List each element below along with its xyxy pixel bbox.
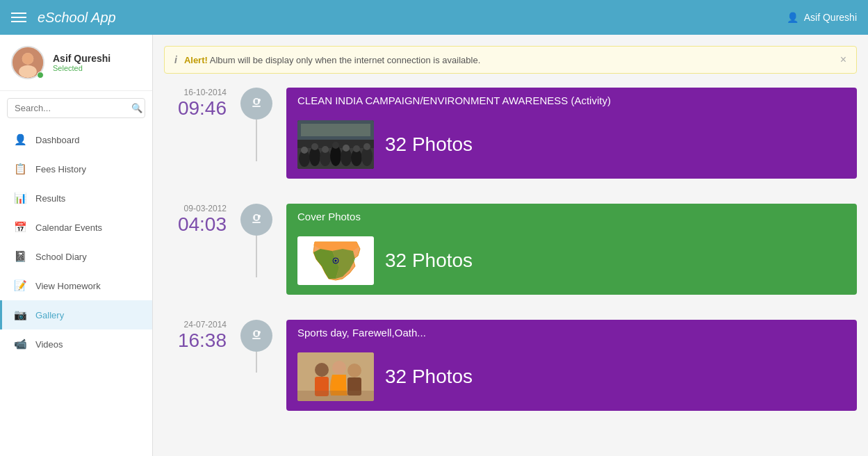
svg-point-32 — [335, 259, 337, 261]
sidebar-item-gallery[interactable]: 📷 Gallery — [0, 300, 152, 329]
timeline: 16-10-2014 09:46 CLEAN IN — [164, 88, 857, 411]
timeline-card-3[interactable]: Sports day, Farewell,Oath... — [286, 320, 857, 411]
timeline-dot-3[interactable] — [240, 320, 272, 352]
svg-point-42 — [347, 364, 361, 377]
alert-close-button[interactable]: × — [840, 54, 846, 66]
svg-rect-35 — [255, 332, 258, 336]
dashboard-icon: 👤 — [13, 133, 27, 146]
svg-point-21 — [343, 145, 350, 152]
videos-icon: 📹 — [13, 338, 27, 350]
timeline-card-1[interactable]: CLEAN INDIA CAMPAIGN/ENVIRONMENT AWARENE… — [286, 88, 857, 179]
search-box[interactable]: 🔍 — [7, 98, 145, 118]
user-profile: Asif Qureshi Selected — [0, 35, 152, 91]
sidebar-user-name: Asif Qureshi — [53, 53, 110, 64]
card-thumbnail-1 — [297, 120, 374, 169]
svg-rect-44 — [297, 391, 374, 401]
card-header-2: Cover Photos — [286, 204, 857, 229]
sidebar-item-school-diary[interactable]: 📓 School Diary — [0, 242, 152, 271]
timeline-dot-area-1 — [240, 88, 272, 161]
card-body-3: 32 Photos — [286, 345, 857, 411]
svg-point-18 — [311, 143, 318, 150]
svg-point-23 — [363, 143, 370, 150]
svg-point-38 — [315, 363, 329, 377]
svg-point-36 — [258, 331, 261, 334]
svg-point-22 — [353, 145, 360, 152]
sidebar-item-fees-history[interactable]: 📋 Fees History — [0, 154, 152, 184]
timeline-item-1: 16-10-2014 09:46 CLEAN IN — [164, 88, 857, 179]
calendar-icon: 📅 — [13, 221, 27, 234]
card-photo-count-1: 32 Photos — [385, 133, 473, 156]
timeline-line-1 — [256, 120, 257, 161]
timeline-date-1: 16-10-2014 — [164, 88, 227, 97]
svg-point-2 — [19, 65, 37, 78]
timeline-dot-area-3 — [240, 320, 272, 373]
card-photo-count-3: 32 Photos — [385, 366, 473, 388]
header-user-name: Asif Qureshi — [804, 12, 857, 23]
timeline-line-3 — [256, 352, 257, 373]
svg-rect-34 — [252, 338, 261, 339]
sidebar-item-calendar[interactable]: 📅 Calendar Events — [0, 213, 152, 242]
gallery-icon: 📷 — [13, 309, 27, 321]
sidebar-user-status: Selected — [53, 64, 110, 72]
svg-point-29 — [258, 215, 261, 218]
timeline-date-2: 09-03-2012 — [164, 204, 227, 213]
sidebar-label-results: Results — [35, 193, 65, 204]
timeline-time-1: 16-10-2014 09:46 — [164, 88, 240, 120]
timeline-time-2: 09-03-2012 04:03 — [164, 204, 240, 236]
card-thumbnail-2 — [297, 236, 374, 285]
card-body-2: 32 Photos — [286, 229, 857, 295]
header-user-icon: 👤 — [787, 12, 799, 23]
sidebar-label-videos: Videos — [35, 339, 63, 350]
results-icon: 📊 — [13, 192, 27, 204]
timeline-dot-area-2 — [240, 204, 272, 277]
timeline-hour-3: 16:38 — [164, 329, 227, 352]
header-left: eSchool App — [11, 10, 116, 26]
status-dot — [37, 72, 44, 79]
svg-rect-28 — [255, 215, 258, 220]
diary-icon: 📓 — [13, 250, 27, 263]
svg-point-19 — [322, 146, 329, 153]
header-user-info: 👤 Asif Qureshi — [787, 12, 857, 23]
app-title: eSchool App — [38, 10, 116, 26]
fees-icon: 📋 — [13, 163, 27, 175]
timeline-dot-1[interactable] — [240, 88, 272, 120]
alert-text: Alert! Album will be display only when t… — [184, 55, 480, 65]
svg-point-40 — [332, 361, 346, 375]
sidebar: Asif Qureshi Selected 🔍 👤 Dashboard 📋 Fe… — [0, 35, 153, 456]
sidebar-label-gallery: Gallery — [35, 310, 64, 320]
svg-point-20 — [332, 142, 339, 149]
avatar-container — [11, 46, 44, 79]
sidebar-item-results[interactable]: 📊 Results — [0, 184, 152, 213]
sidebar-label-dashboard: Dashboard — [35, 135, 80, 145]
svg-rect-27 — [252, 222, 261, 223]
user-details: Asif Qureshi Selected — [53, 53, 110, 72]
sidebar-item-videos[interactable]: 📹 Videos — [0, 329, 152, 359]
card-photo-count-2: 32 Photos — [385, 250, 473, 272]
alert-info-icon: i — [174, 54, 177, 65]
card-body-1: 32 Photos — [286, 113, 857, 179]
timeline-hour-1: 09:46 — [164, 97, 227, 120]
timeline-hour-2: 04:03 — [164, 213, 227, 236]
timeline-item-3: 24-07-2014 16:38 Sports d — [164, 320, 857, 411]
sidebar-item-dashboard[interactable]: 👤 Dashboard — [0, 125, 152, 154]
timeline-dot-2[interactable] — [240, 204, 272, 236]
alert-box: i Alert! Album will be display only when… — [164, 46, 857, 74]
timeline-card-2[interactable]: Cover Photos — [286, 204, 857, 295]
card-header-1: CLEAN INDIA CAMPAIGN/ENVIRONMENT AWARENE… — [286, 88, 857, 113]
card-thumbnail-3 — [297, 352, 374, 401]
sidebar-item-homework[interactable]: 📝 View Homework — [0, 271, 152, 300]
search-input[interactable] — [15, 103, 131, 113]
card-header-3: Sports day, Farewell,Oath... — [286, 320, 857, 345]
svg-rect-6 — [255, 99, 258, 104]
homework-icon: 📝 — [13, 279, 27, 292]
hamburger-menu[interactable] — [11, 13, 26, 22]
alert-left: i Alert! Album will be display only when… — [174, 54, 480, 65]
svg-point-7 — [258, 99, 261, 101]
sidebar-label-homework: View Homework — [35, 281, 101, 291]
timeline-time-3: 24-07-2014 16:38 — [164, 320, 240, 352]
main-layout: Asif Qureshi Selected 🔍 👤 Dashboard 📋 Fe… — [0, 35, 868, 456]
sidebar-nav: 👤 Dashboard 📋 Fees History 📊 Results 📅 C… — [0, 125, 152, 359]
timeline-date-3: 24-07-2014 — [164, 320, 227, 329]
svg-rect-5 — [252, 106, 261, 107]
sidebar-label-calendar: Calendar Events — [35, 222, 102, 233]
